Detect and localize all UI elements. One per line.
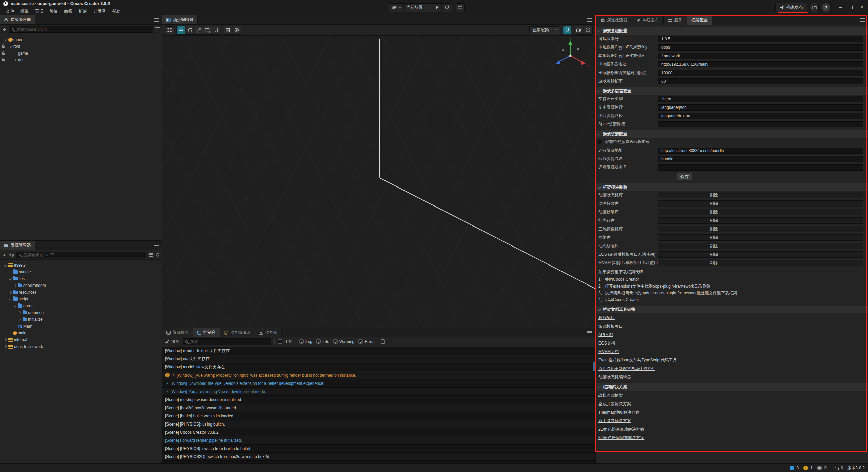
- trim-button[interactable]: 剔除: [658, 251, 863, 258]
- console-log-row[interactable]: [Scene] [PHYSICS]: using builtin.: [162, 420, 595, 428]
- solution-link[interactable]: 2D角色扮演游戏解决方案: [598, 425, 644, 434]
- panel-menu-icon[interactable]: [860, 18, 865, 22]
- tree-chevron-icon[interactable]: [9, 291, 12, 294]
- tab-property-inspector[interactable]: 属性检查器: [596, 15, 632, 25]
- tree-chevron-icon[interactable]: [14, 284, 16, 287]
- create-asset-button[interactable]: +: [2, 252, 7, 257]
- tree-chevron-icon[interactable]: [14, 304, 16, 307]
- trim-button[interactable]: 剔除: [658, 217, 863, 224]
- console-log-row[interactable]: [Window] render_texture文件夹存在: [162, 347, 595, 355]
- doc-link[interactable]: MVVM文档: [598, 348, 619, 356]
- sort-icon[interactable]: [9, 253, 14, 257]
- panel-menu-icon[interactable]: [154, 244, 159, 247]
- hierarchy-search-input[interactable]: [16, 27, 150, 32]
- hierarchy-node[interactable]: game: [0, 50, 162, 57]
- log-filter-checkbox[interactable]: Log: [299, 339, 312, 344]
- warning-count-icon[interactable]: !: [803, 466, 808, 470]
- rotate-tool-button[interactable]: [186, 26, 194, 34]
- log-file-icon[interactable]: [381, 339, 385, 344]
- console-log-row[interactable]: [Scene] [bullet]:bullet wasm lib loaded.: [162, 412, 595, 420]
- menu-item[interactable]: 面板: [62, 8, 75, 15]
- log-filter-checkbox[interactable]: Warning: [333, 339, 354, 344]
- field-input[interactable]: [658, 70, 863, 76]
- console-search-input[interactable]: [190, 339, 268, 344]
- asset-node[interactable]: initialize: [0, 316, 162, 323]
- scene-viewport[interactable]: Y X Z: [162, 36, 595, 328]
- console-log-row[interactable]: [Scene] [box2d]:box2d wasm lib loaded.: [162, 404, 595, 412]
- console-log-row[interactable]: [Window] ecs文件夹存在: [162, 355, 595, 363]
- field-input[interactable]: [658, 121, 863, 127]
- section-language[interactable]: 游戏多语言配置: [596, 87, 868, 95]
- asset-node[interactable]: script: [0, 296, 162, 302]
- panel-menu-icon[interactable]: [587, 18, 592, 22]
- trim-button[interactable]: 剔除: [658, 243, 863, 249]
- console-tab[interactable]: 控制台: [193, 328, 220, 337]
- console-log-row[interactable]: [Scene] Forward render pipeline initiali…: [162, 436, 595, 445]
- filter-icon[interactable]: [149, 253, 153, 257]
- tree-chevron-icon[interactable]: [9, 298, 12, 300]
- tree-chevron-icon[interactable]: [9, 45, 12, 48]
- field-input[interactable]: [658, 78, 863, 84]
- tree-chevron-icon[interactable]: [9, 277, 12, 280]
- coordinate-toggle-button[interactable]: [233, 26, 241, 34]
- orientation-gizmo[interactable]: Y X Z: [547, 38, 593, 75]
- tab-build-publish[interactable]: 构建发布: [632, 15, 664, 25]
- menu-item[interactable]: 编辑: [18, 8, 31, 15]
- asset-node[interactable]: main: [0, 330, 162, 336]
- build-publish-button[interactable]: 构建发布: [775, 3, 807, 12]
- hierarchy-node[interactable]: root: [0, 43, 162, 50]
- hierarchy-node[interactable]: main: [0, 36, 162, 43]
- preview-target-button[interactable]: [389, 4, 404, 12]
- scene-settings-button[interactable]: [584, 26, 592, 34]
- console-log-row[interactable]: [Window] model_view文件夹存在: [162, 363, 595, 371]
- info-count-icon[interactable]: i: [790, 466, 794, 470]
- move-tool-button[interactable]: [177, 26, 185, 34]
- tree-chevron-icon[interactable]: [4, 264, 7, 267]
- console-tab[interactable]: 动画图: [255, 328, 282, 337]
- doc-link[interactable]: ECS文档: [598, 339, 615, 348]
- tree-chevron-icon[interactable]: [14, 59, 16, 61]
- reload-button[interactable]: [442, 4, 452, 12]
- asset-node[interactable]: libs: [0, 275, 162, 282]
- mode-3d-toggle[interactable]: 3D: [165, 26, 174, 34]
- console-log-row[interactable]: [Scene] [PHYSICS2D]: switch from box2d-w…: [162, 453, 595, 461]
- console-log-row[interactable]: [Window] [Vue warn]: Property "onInput" …: [162, 371, 595, 379]
- trim-button[interactable]: 剔除: [658, 226, 863, 232]
- trim-button[interactable]: 剔除: [658, 192, 863, 198]
- field-input[interactable]: [658, 104, 863, 111]
- tree-chevron-icon[interactable]: [9, 271, 12, 273]
- clear-console-button[interactable]: 清空: [165, 339, 179, 345]
- menu-item[interactable]: 扩展: [76, 8, 90, 15]
- remote-load-checkbox[interactable]: [598, 140, 602, 144]
- console-log-row[interactable]: [Window] Download the Vue Devtools exten…: [162, 379, 595, 388]
- asset-node[interactable]: common: [0, 309, 162, 316]
- menu-item[interactable]: 节点: [33, 8, 46, 15]
- open-project-button[interactable]: [810, 3, 819, 12]
- expand-chevron-icon[interactable]: [166, 390, 168, 393]
- menu-item[interactable]: 帮助: [110, 8, 123, 15]
- ui-transform-tool-button[interactable]: [212, 26, 220, 34]
- minimize-button[interactable]: [839, 7, 842, 8]
- filter-icon[interactable]: [155, 27, 160, 31]
- field-input[interactable]: [658, 96, 863, 102]
- trim-button[interactable]: 剔除: [658, 200, 863, 207]
- tab-framework-config[interactable]: 框架配置: [687, 15, 712, 25]
- scene-select[interactable]: 当前场景: [404, 4, 433, 12]
- log-filter-checkbox[interactable]: Error: [358, 339, 374, 344]
- maximize-button[interactable]: [850, 6, 853, 9]
- create-node-button[interactable]: +: [2, 27, 7, 32]
- console-log-row[interactable]: [Scene] [PHYSICS]: switch from builtin t…: [162, 445, 595, 453]
- pivot-toggle-button[interactable]: [224, 26, 232, 34]
- asset-node[interactable]: assets: [0, 262, 162, 269]
- hierarchy-node[interactable]: gui: [0, 57, 162, 63]
- camera-settings-button[interactable]: [575, 26, 583, 34]
- solution-link[interactable]: Tiledmap地图解决方案: [598, 408, 639, 417]
- panel-menu-icon[interactable]: [587, 331, 592, 334]
- field-input[interactable]: [658, 44, 863, 51]
- tab-assets[interactable]: 资源管理器: [0, 241, 35, 250]
- lighting-toggle-button[interactable]: [563, 26, 571, 34]
- field-input[interactable]: [658, 113, 863, 119]
- assets-search-input[interactable]: [23, 253, 144, 257]
- field-input[interactable]: [658, 164, 863, 171]
- regex-checkbox[interactable]: 正则: [278, 339, 292, 345]
